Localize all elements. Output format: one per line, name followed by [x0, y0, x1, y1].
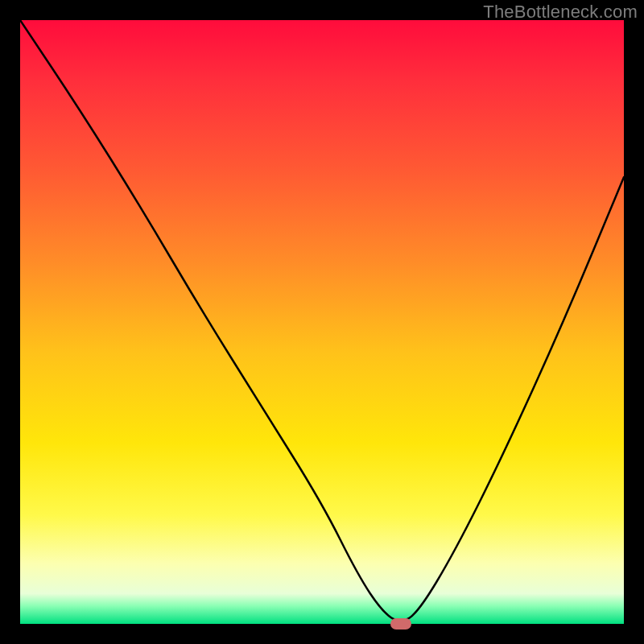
bottleneck-curve	[20, 20, 624, 624]
plot-area	[20, 20, 624, 624]
chart-frame: TheBottleneck.com	[0, 0, 644, 644]
watermark-text: TheBottleneck.com	[483, 2, 638, 23]
optimal-point-marker	[390, 618, 411, 630]
